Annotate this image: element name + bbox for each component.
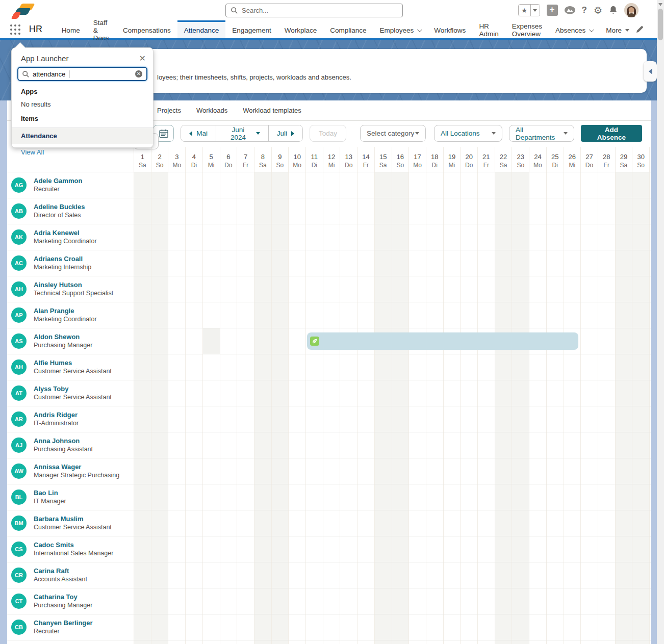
day-cell-14[interactable]	[357, 562, 374, 588]
day-cell-16[interactable]	[392, 224, 409, 250]
tab-employees[interactable]: Employees	[373, 20, 428, 38]
day-cell-22[interactable]	[495, 302, 512, 328]
day-cell-2[interactable]	[151, 484, 168, 510]
day-cell-18[interactable]	[426, 380, 443, 406]
day-cell-1[interactable]	[134, 562, 151, 588]
day-cell-30[interactable]	[632, 484, 649, 510]
view-all-link[interactable]: View All	[12, 144, 153, 161]
day-cell-5[interactable]	[202, 614, 220, 640]
today-button[interactable]: Today	[310, 125, 346, 142]
day-cell-15[interactable]	[374, 588, 392, 614]
day-cell-24[interactable]	[529, 224, 546, 250]
day-cell-10[interactable]	[288, 354, 305, 380]
day-cell-30[interactable]	[632, 328, 649, 354]
day-cell-22[interactable]	[495, 432, 512, 458]
day-cell-15[interactable]	[374, 614, 392, 640]
day-cell-23[interactable]	[512, 198, 529, 224]
day-cell-12[interactable]	[323, 614, 340, 640]
app-launcher-waffle-icon[interactable]	[10, 23, 21, 36]
day-cell-3[interactable]	[168, 380, 185, 406]
day-cell-8[interactable]	[254, 380, 271, 406]
day-cell-5[interactable]	[202, 458, 220, 484]
day-cell-14[interactable]	[357, 432, 374, 458]
day-cell-3[interactable]	[168, 432, 185, 458]
day-cell-16[interactable]	[392, 172, 409, 198]
day-cell-29[interactable]	[615, 588, 632, 614]
employee-name-link[interactable]: Alyss Toby	[34, 384, 112, 394]
day-cell-18[interactable]	[426, 614, 443, 640]
day-cell-10[interactable]	[288, 380, 305, 406]
day-cell-19[interactable]	[443, 640, 461, 644]
day-cell-23[interactable]	[512, 172, 529, 198]
day-cell-5[interactable]	[202, 588, 220, 614]
day-cell-28[interactable]	[598, 198, 615, 224]
day-cell-27[interactable]	[580, 380, 598, 406]
next-month-button[interactable]: Juli	[268, 125, 302, 141]
day-cell-1[interactable]	[134, 380, 151, 406]
day-cell-7[interactable]	[237, 588, 254, 614]
day-cell-10[interactable]	[288, 250, 305, 276]
day-cell-30[interactable]	[632, 380, 649, 406]
day-cell-26[interactable]	[564, 354, 581, 380]
day-cell-2[interactable]	[151, 354, 168, 380]
day-cell-16[interactable]	[392, 380, 409, 406]
day-cell-17[interactable]	[408, 640, 426, 644]
day-cell-9[interactable]	[271, 614, 289, 640]
day-cell-21[interactable]	[477, 510, 495, 536]
day-cell-28[interactable]	[598, 302, 615, 328]
day-cell-14[interactable]	[357, 588, 374, 614]
day-cell-25[interactable]	[546, 172, 564, 198]
day-cell-10[interactable]	[288, 224, 305, 250]
day-cell-18[interactable]	[426, 198, 443, 224]
day-cell-24[interactable]	[529, 432, 546, 458]
day-cell-26[interactable]	[564, 614, 581, 640]
day-cell-8[interactable]	[254, 406, 271, 432]
day-cell-1[interactable]	[134, 224, 151, 250]
day-cell-1[interactable]	[134, 640, 151, 644]
day-cell-30[interactable]	[632, 250, 649, 276]
day-cell-19[interactable]	[443, 614, 461, 640]
day-cell-22[interactable]	[495, 588, 512, 614]
day-cell-19[interactable]	[443, 510, 461, 536]
day-cell-1[interactable]	[134, 536, 151, 562]
day-cell-30[interactable]	[632, 172, 649, 198]
day-cell-6[interactable]	[220, 640, 237, 644]
help-icon[interactable]: ?	[582, 5, 587, 15]
day-cell-16[interactable]	[392, 614, 409, 640]
day-cell-20[interactable]	[460, 406, 477, 432]
day-cell-20[interactable]	[460, 562, 477, 588]
day-cell-16[interactable]	[392, 484, 409, 510]
day-cell-5[interactable]	[202, 562, 220, 588]
day-cell-8[interactable]	[254, 562, 271, 588]
day-cell-7[interactable]	[237, 354, 254, 380]
day-cell-30[interactable]	[632, 536, 649, 562]
day-cell-19[interactable]	[443, 302, 461, 328]
day-cell-2[interactable]	[151, 276, 168, 302]
day-cell-4[interactable]	[185, 458, 202, 484]
day-cell-17[interactable]	[408, 276, 426, 302]
day-cell-14[interactable]	[357, 172, 374, 198]
day-cell-24[interactable]	[529, 614, 546, 640]
day-cell-24[interactable]	[529, 536, 546, 562]
day-cell-22[interactable]	[495, 614, 512, 640]
employee-name-link[interactable]: Alan Prangle	[34, 306, 97, 316]
day-cell-30[interactable]	[632, 562, 649, 588]
day-cell-25[interactable]	[546, 640, 564, 644]
employee-name-link[interactable]: Adele Gammon	[34, 176, 82, 186]
day-cell-30[interactable]	[632, 224, 649, 250]
day-cell-2[interactable]	[151, 224, 168, 250]
day-cell-29[interactable]	[615, 328, 632, 354]
day-cell-28[interactable]	[598, 614, 615, 640]
day-cell-16[interactable]	[392, 536, 409, 562]
day-cell-4[interactable]	[185, 588, 202, 614]
day-cell-5[interactable]	[202, 432, 220, 458]
day-cell-2[interactable]	[151, 588, 168, 614]
day-cell-1[interactable]	[134, 302, 151, 328]
day-cell-8[interactable]	[254, 328, 271, 354]
day-cell-14[interactable]	[357, 198, 374, 224]
day-cell-29[interactable]	[615, 198, 632, 224]
day-cell-14[interactable]	[357, 510, 374, 536]
day-cell-15[interactable]	[374, 380, 392, 406]
day-cell-17[interactable]	[408, 224, 426, 250]
day-cell-2[interactable]	[151, 380, 168, 406]
